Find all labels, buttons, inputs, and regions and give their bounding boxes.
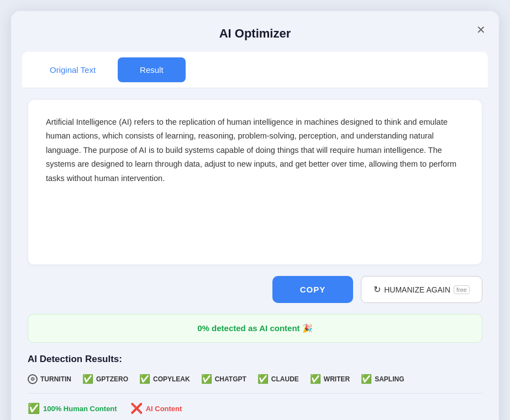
detector-claude: ✅ CLAUDE	[257, 374, 299, 384]
humanize-icon: ↻	[374, 284, 381, 295]
detector-claude-label: CLAUDE	[271, 375, 299, 383]
check-icon-gptzero: ✅	[82, 374, 93, 384]
check-icon-sapling: ✅	[361, 374, 372, 384]
detector-writer-label: WRITER	[324, 375, 350, 383]
humanize-label: HUMANIZE AGAIN	[384, 285, 450, 294]
check-icon-copyleak: ✅	[139, 374, 150, 384]
detector-chatgpt-label: CHATGPT	[215, 375, 246, 383]
detector-turnitin-label: TURNITIN	[40, 375, 71, 383]
tab-original[interactable]: Original Text	[28, 54, 118, 86]
detector-turnitin: ⚙ TURNITIN	[28, 374, 71, 384]
detector-gptzero: ✅ GPTZERO	[82, 374, 128, 384]
results-section: AI Detection Results: ⚙ TURNITIN ✅ GPTZE…	[11, 354, 499, 414]
modal-title: AI Optimizer	[219, 26, 291, 41]
detector-chatgpt: ✅ CHATGPT	[201, 374, 246, 384]
detection-text: 0% detected as AI content 🎉	[197, 323, 313, 333]
detection-banner: 0% detected as AI content 🎉	[28, 314, 482, 343]
detector-sapling: ✅ SAPLING	[361, 374, 404, 384]
turnitin-icon: ⚙	[28, 374, 38, 384]
check-icon-chatgpt: ✅	[201, 374, 212, 384]
check-icon-claude: ✅	[257, 374, 269, 384]
humanize-again-button[interactable]: ↻ HUMANIZE AGAIN free	[361, 276, 482, 303]
modal-header: AI Optimizer ✕	[11, 11, 499, 52]
detector-copyleak-label: COPYLEAK	[153, 375, 190, 383]
tabs-row: Original Text Result	[28, 52, 482, 88]
copy-button[interactable]: COPY	[272, 276, 354, 303]
detector-gptzero-label: GPTZERO	[96, 375, 128, 383]
action-row: COPY ↻ HUMANIZE AGAIN free	[11, 276, 499, 303]
detectors-row: ⚙ TURNITIN ✅ GPTZERO ✅ COPYLEAK ✅ CHATGP…	[28, 374, 482, 394]
legend-ai-content: ❌ AI Content	[130, 402, 182, 414]
detector-writer: ✅ WRITER	[310, 374, 350, 384]
modal-container: AI Optimizer ✕ Original Text Result Arti…	[11, 11, 499, 420]
detector-sapling-label: SAPLING	[375, 375, 404, 383]
human-check-icon: ✅	[28, 402, 40, 414]
legend-ai-label: AI Content	[146, 405, 182, 413]
content-area: Artificial Intelligence (AI) refers to t…	[11, 88, 499, 265]
result-text-content: Artificial Intelligence (AI) refers to t…	[46, 115, 464, 185]
tabs-container: Original Text Result	[22, 52, 488, 88]
check-icon-writer: ✅	[310, 374, 321, 384]
close-button[interactable]: ✕	[476, 24, 486, 35]
legend-row: ✅ 100% Human Content ❌ AI Content	[28, 402, 482, 414]
humanize-free-badge: free	[454, 285, 470, 294]
ai-x-icon: ❌	[130, 402, 143, 414]
tab-result[interactable]: Result	[118, 57, 186, 82]
legend-human-label: 100% Human Content	[43, 405, 117, 413]
results-title: AI Detection Results:	[28, 354, 482, 365]
detector-copyleak: ✅ COPYLEAK	[139, 374, 190, 384]
legend-human-content: ✅ 100% Human Content	[28, 402, 117, 414]
result-text-box: Artificial Intelligence (AI) refers to t…	[28, 99, 482, 265]
